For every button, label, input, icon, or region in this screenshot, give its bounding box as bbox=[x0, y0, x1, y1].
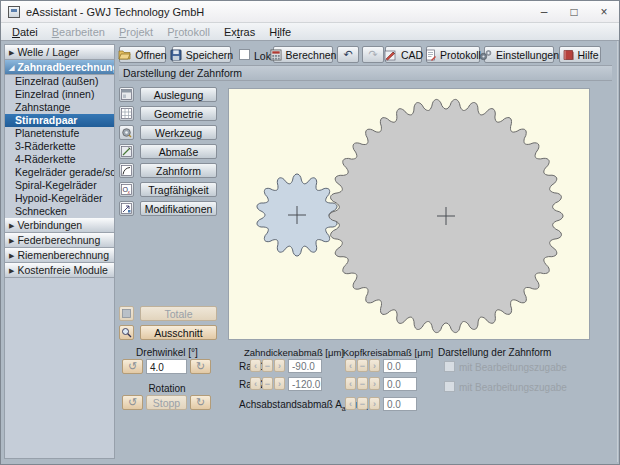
document-icon bbox=[425, 49, 436, 61]
stepper-left-button[interactable]: ‹ bbox=[345, 359, 356, 372]
rad2-kopfkreis-input[interactable]: 0.0 bbox=[383, 377, 417, 391]
protokoll-button[interactable]: Protokoll bbox=[426, 46, 480, 63]
stepper-mid-button[interactable]: − bbox=[357, 377, 368, 390]
save-button[interactable]: Speichern bbox=[172, 46, 231, 63]
stepper-left-button[interactable]: ‹ bbox=[345, 377, 356, 390]
achsabstand-input[interactable]: 0.0 bbox=[383, 397, 417, 411]
sidebar-section-federberechnung[interactable]: ▶Federberechnung bbox=[5, 233, 114, 248]
modifikationen-button[interactable]: Modifikationen bbox=[140, 201, 217, 216]
tragfaehigkeit-icon-button[interactable]: Ox bbox=[119, 182, 134, 197]
abmasse-button[interactable]: Abmaße bbox=[140, 144, 217, 159]
geometrie-button[interactable]: Geometrie bbox=[140, 106, 217, 121]
menu-extras[interactable]: Extras bbox=[217, 26, 262, 38]
sidebar-item-zahnstange[interactable]: Zahnstange bbox=[5, 101, 114, 114]
sidebar-section-riemenberechnung[interactable]: ▶Riemenberechnung bbox=[5, 248, 114, 263]
expanded-arrow-icon: ◢ bbox=[9, 64, 14, 71]
werkzeug-gear-icon bbox=[121, 127, 132, 138]
totale-icon-button bbox=[119, 306, 134, 321]
sidebar-item-3-raederkette[interactable]: 3-Räderkette bbox=[5, 140, 114, 153]
sidebar-item-einzelrad-innen[interactable]: Einzelrad (innen) bbox=[5, 88, 114, 101]
menu-datei[interactable]: Datei bbox=[5, 26, 45, 38]
sidebar-item-stirnradpaar[interactable]: Stirnradpaar bbox=[5, 114, 114, 127]
stepper-right-button[interactable]: › bbox=[274, 377, 285, 390]
open-button[interactable]: Öffnen bbox=[119, 46, 166, 63]
abmasse-icon bbox=[121, 146, 132, 157]
sidebar-item-hypoid-kegelraeder[interactable]: Hypoid-Kegelräder bbox=[5, 192, 114, 205]
berechnen-button[interactable]: Berechnen bbox=[273, 46, 333, 63]
zahnform-icon-button[interactable] bbox=[119, 163, 134, 178]
collapsed-arrow-icon: ▶ bbox=[9, 252, 14, 259]
sidebar-item-einzelrad-aussen[interactable]: Einzelrad (außen) bbox=[5, 75, 114, 88]
maximize-button[interactable]: □ bbox=[559, 1, 589, 23]
geometrie-icon-button[interactable] bbox=[119, 106, 134, 121]
lokal-checkbox[interactable] bbox=[239, 49, 250, 60]
stepper-right-button[interactable]: › bbox=[274, 359, 285, 372]
rotation-cw-button[interactable]: ↻ bbox=[190, 395, 211, 410]
bearbeitungszugabe-checkbox-1 bbox=[444, 361, 455, 372]
rotation-ccw-button[interactable]: ↺ bbox=[122, 395, 143, 410]
zahnform-canvas[interactable] bbox=[228, 88, 590, 340]
bearbeitungszugabe-checkbox-2 bbox=[444, 381, 455, 392]
gear-canvas bbox=[229, 89, 589, 339]
bearbeitungszugabe-label-1: mit Bearbeitungszugabe bbox=[459, 362, 567, 373]
collapsed-arrow-icon: ▶ bbox=[9, 267, 14, 274]
ausschnitt-icon-button[interactable] bbox=[119, 325, 134, 340]
rad1-zahndicke-stepper: ‹ − › bbox=[250, 359, 285, 372]
close-button[interactable]: × bbox=[589, 1, 619, 23]
kopfkreis-header: Kopfkreisabmaß [μm] bbox=[342, 347, 434, 358]
darstellung-title: Darstellung der Zahnform bbox=[438, 347, 551, 358]
stepper-left-button[interactable]: ‹ bbox=[345, 397, 356, 410]
menu-hilfe[interactable]: Hilfe bbox=[262, 26, 298, 38]
auslegung-icon-button[interactable] bbox=[119, 87, 134, 102]
rotate-cw-button[interactable]: ↻ bbox=[190, 359, 211, 374]
undo-button[interactable]: ↶ bbox=[337, 46, 359, 63]
main-panel: Öffnen Speichern Lokal Berechnen ↶ ↷ CAD… bbox=[116, 41, 618, 462]
tragfaehigkeit-button[interactable]: Tragfähigkeit bbox=[140, 182, 217, 197]
modifikationen-icon-button[interactable] bbox=[119, 201, 134, 216]
rotate-ccw-icon: ↺ bbox=[128, 361, 137, 372]
auslegung-button[interactable]: Auslegung bbox=[140, 87, 217, 102]
sidebar-section-kostenfreie-module[interactable]: ▶Kostenfreie Module bbox=[5, 263, 114, 278]
stepper-mid-button[interactable]: − bbox=[262, 377, 273, 390]
sidebar-item-4-raederkette[interactable]: 4-Räderkette bbox=[5, 153, 114, 166]
stepper-mid-button[interactable]: − bbox=[357, 359, 368, 372]
rotate-ccw-button[interactable]: ↺ bbox=[122, 359, 143, 374]
sidebar-section-zahnradberechnung[interactable]: ◢Zahnradberechnung bbox=[5, 60, 114, 75]
rad2-zahndicke-input[interactable]: -120.0 bbox=[288, 377, 322, 391]
ausschnitt-button[interactable]: Ausschnitt bbox=[140, 325, 217, 340]
minimize-button[interactable]: – bbox=[529, 1, 559, 23]
menu-bearbeiten: Bearbeiten bbox=[45, 26, 112, 38]
rotate-ccw-icon: ↺ bbox=[128, 397, 137, 408]
achsabstand-stepper: ‹ − › bbox=[345, 397, 380, 410]
stepper-left-button[interactable]: ‹ bbox=[250, 377, 261, 390]
rad1-kopfkreis-stepper: ‹ − › bbox=[345, 359, 380, 372]
hilfe-button[interactable]: Hilfe bbox=[559, 46, 601, 63]
werkzeug-icon-button[interactable] bbox=[119, 125, 134, 140]
sidebar: ▶Welle / Lager ◢Zahnradberechnung Einzel… bbox=[4, 44, 115, 459]
stepper-mid-button[interactable]: − bbox=[357, 397, 368, 410]
sidebar-section-welle-lager[interactable]: ▶Welle / Lager bbox=[5, 45, 114, 60]
sidebar-item-spiral-kegelraeder[interactable]: Spiral-Kegelräder bbox=[5, 179, 114, 192]
menu-projekt: Projekt bbox=[112, 26, 160, 38]
sidebar-item-planetenstufe[interactable]: Planetenstufe bbox=[5, 127, 114, 140]
einstellungen-button[interactable]: Einstellungen bbox=[484, 46, 554, 63]
stepper-mid-button[interactable]: − bbox=[262, 359, 273, 372]
sidebar-item-schnecken[interactable]: Schnecken bbox=[5, 205, 114, 218]
rad1-kopfkreis-input[interactable]: 0.0 bbox=[383, 359, 417, 373]
cad-button[interactable]: CAD bbox=[385, 46, 422, 63]
abmasse-icon-button[interactable] bbox=[119, 144, 134, 159]
stepper-left-button[interactable]: ‹ bbox=[250, 359, 261, 372]
modifikationen-icon bbox=[121, 203, 132, 214]
sidebar-item-kegelraeder[interactable]: Kegelräder gerade/schräg bbox=[5, 166, 114, 179]
redo-button[interactable]: ↷ bbox=[362, 46, 384, 63]
werkzeug-button[interactable]: Werkzeug bbox=[140, 125, 217, 140]
stepper-right-button[interactable]: › bbox=[369, 359, 380, 372]
stepper-right-button[interactable]: › bbox=[369, 397, 380, 410]
sidebar-section-verbindungen[interactable]: ▶Verbindungen bbox=[5, 218, 114, 233]
drehwinkel-input[interactable]: 4.0 bbox=[146, 359, 187, 374]
collapsed-arrow-icon: ▶ bbox=[9, 49, 14, 56]
zahnform-button[interactable]: Zahnform bbox=[140, 163, 217, 178]
bearbeitungszugabe-label-2: mit Bearbeitungszugabe bbox=[459, 382, 567, 393]
stepper-right-button[interactable]: › bbox=[369, 377, 380, 390]
rad1-zahndicke-input[interactable]: -90.0 bbox=[288, 359, 322, 373]
